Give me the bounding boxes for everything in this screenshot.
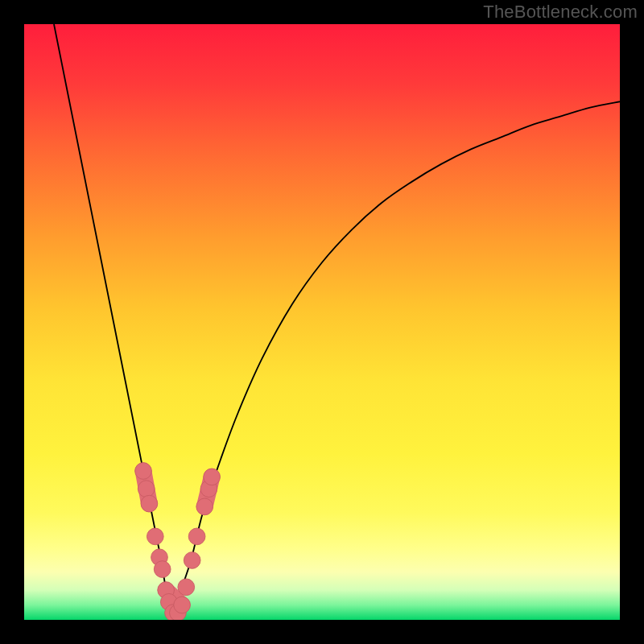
marker-dot xyxy=(147,528,163,545)
curve-right-branch xyxy=(173,101,620,620)
marker-dot xyxy=(204,469,221,485)
marker-dot xyxy=(184,552,200,569)
watermark-text: TheBottleneck.com xyxy=(483,2,638,23)
figure-frame: TheBottleneck.com xyxy=(0,0,644,644)
marker-dot xyxy=(138,481,155,497)
marker-dot xyxy=(188,528,205,545)
marker-dot xyxy=(174,597,191,613)
curve-layer xyxy=(24,24,620,620)
plot-area xyxy=(24,24,620,620)
marker-dot xyxy=(196,498,213,515)
marker-dot xyxy=(135,463,152,480)
marker-dot xyxy=(178,579,195,596)
marker-dot xyxy=(154,561,171,578)
marker-dot xyxy=(141,495,158,512)
